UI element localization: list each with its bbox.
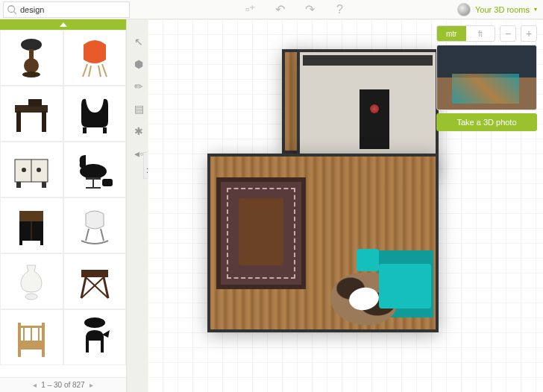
right-panel: mtr ft − + Take a 3D photo xyxy=(436,25,537,131)
svg-line-1 xyxy=(14,11,17,14)
svg-rect-24 xyxy=(102,179,113,186)
dog-lamp-icon xyxy=(72,315,117,360)
tool-settings[interactable]: ✱ xyxy=(130,122,148,140)
catalog-item[interactable] xyxy=(0,253,63,309)
search-input[interactable] xyxy=(20,5,126,14)
catalog-item[interactable] xyxy=(63,30,127,86)
floorplan[interactable] xyxy=(185,49,439,332)
svg-rect-29 xyxy=(19,241,22,245)
redo-icon[interactable]: ↷ xyxy=(304,4,316,16)
catalog-item[interactable] xyxy=(63,197,127,253)
svg-rect-13 xyxy=(28,99,42,107)
svg-rect-15 xyxy=(103,127,107,133)
preview-3d[interactable] xyxy=(436,45,537,110)
collapse-bar[interactable] xyxy=(0,19,126,30)
top-bar: ▫⁺ ↶ ↷ ? Your 3D rooms ▾ xyxy=(0,0,543,19)
catalog-item[interactable] xyxy=(63,142,127,197)
kitchen-island[interactable] xyxy=(360,89,389,149)
svg-line-33 xyxy=(101,229,104,241)
pager-label: 1 – 30 of 827 xyxy=(41,381,84,389)
teal-sofa[interactable] xyxy=(379,264,431,309)
catalog-item[interactable] xyxy=(63,253,127,309)
svg-rect-14 xyxy=(83,127,87,133)
antique-desk-icon xyxy=(9,92,54,136)
tool-brush[interactable]: ✏ xyxy=(130,78,148,95)
bamboo-chair-icon xyxy=(9,315,54,360)
svg-rect-18 xyxy=(16,182,21,188)
svg-point-47 xyxy=(84,317,105,328)
catalog-item[interactable] xyxy=(63,86,127,142)
ornate-lamp-icon xyxy=(9,36,54,80)
new-page-icon[interactable]: ▫⁺ xyxy=(245,4,257,16)
pager: ◂ 1 – 30 of 827 ▸ xyxy=(0,377,126,392)
orange-shell-chair-icon xyxy=(72,36,117,80)
svg-point-34 xyxy=(25,294,37,300)
svg-point-22 xyxy=(80,164,107,179)
svg-line-8 xyxy=(89,66,91,77)
take-3d-photo-button[interactable]: Take a 3D photo xyxy=(436,113,537,131)
black-cabinet-icon xyxy=(9,203,54,248)
svg-line-7 xyxy=(102,64,107,77)
catalog-item[interactable] xyxy=(0,30,63,86)
tool-column: ↖ ⬢ ✏ ▤ ✱ ◂◦ xyxy=(127,30,148,165)
pager-next[interactable]: ▸ xyxy=(90,381,93,389)
avatar xyxy=(457,3,471,16)
svg-rect-35 xyxy=(81,270,108,277)
top-toolbar: ▫⁺ ↶ ↷ ? xyxy=(245,4,346,16)
svg-point-5 xyxy=(22,72,40,78)
chevron-down-icon: ▾ xyxy=(534,6,537,13)
unit-toggle: mtr ft xyxy=(436,25,495,42)
catalog-panel: ◂ 1 – 30 of 827 ▸ xyxy=(0,19,127,392)
white-vase-icon xyxy=(9,259,54,304)
help-icon[interactable]: ? xyxy=(334,4,346,16)
catalog-item[interactable] xyxy=(0,197,63,253)
svg-line-6 xyxy=(83,64,87,77)
undo-icon[interactable]: ↶ xyxy=(274,4,286,16)
carved-chest-icon xyxy=(9,148,54,192)
catalog-item[interactable] xyxy=(0,142,63,197)
zoom-in-button[interactable]: + xyxy=(521,25,537,42)
svg-point-2 xyxy=(21,39,42,51)
tray-table-icon xyxy=(72,259,117,304)
search-wrap xyxy=(3,1,130,18)
svg-point-21 xyxy=(37,168,41,172)
user-area[interactable]: Your 3D rooms ▾ xyxy=(457,3,537,16)
chevron-up-icon xyxy=(60,22,67,27)
unit-imperial[interactable]: ft xyxy=(466,26,495,41)
svg-rect-30 xyxy=(40,241,43,245)
tool-paint-bucket[interactable]: ⬢ xyxy=(130,55,148,73)
pager-prev[interactable]: ◂ xyxy=(33,381,37,389)
svg-point-0 xyxy=(8,5,15,12)
catalog-item[interactable] xyxy=(63,309,127,365)
svg-point-20 xyxy=(22,168,26,172)
svg-line-9 xyxy=(98,66,101,77)
eames-lounge-chair-icon xyxy=(72,148,117,192)
rocking-chair-icon xyxy=(72,203,117,248)
tool-navigate[interactable]: ↖ xyxy=(130,33,148,51)
dining-table[interactable] xyxy=(239,198,283,265)
svg-rect-27 xyxy=(19,211,43,221)
item-grid xyxy=(0,30,126,377)
svg-point-4 xyxy=(24,58,39,73)
svg-rect-43 xyxy=(18,341,45,350)
svg-rect-12 xyxy=(42,111,46,132)
black-wing-armchair-icon xyxy=(72,92,117,136)
zoom-out-button[interactable]: − xyxy=(500,25,516,42)
search-icon xyxy=(7,4,17,15)
catalog-item[interactable] xyxy=(0,86,63,142)
svg-rect-19 xyxy=(42,182,46,188)
svg-rect-11 xyxy=(16,111,21,132)
user-rooms-label: Your 3D rooms xyxy=(475,5,530,14)
tool-list[interactable]: ▤ xyxy=(130,100,148,118)
svg-line-32 xyxy=(86,229,89,241)
catalog-item[interactable] xyxy=(0,309,63,365)
unit-metric[interactable]: mtr xyxy=(437,26,466,41)
